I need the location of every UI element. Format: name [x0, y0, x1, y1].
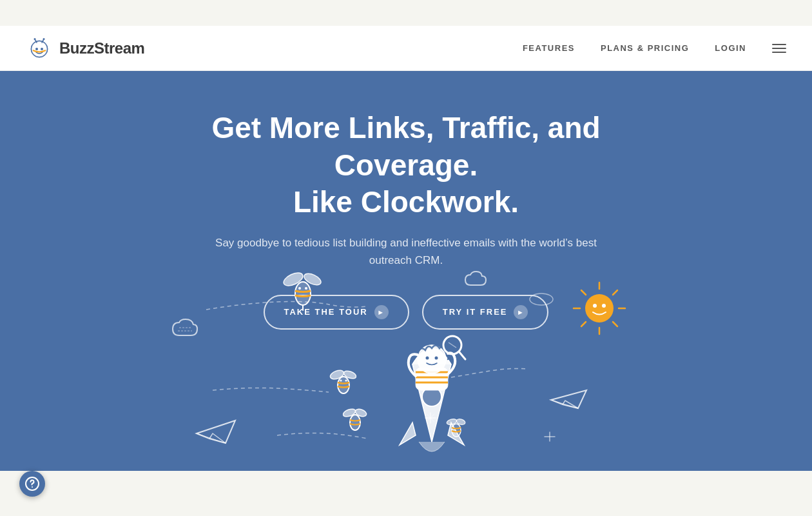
svg-line-47 — [197, 433, 226, 443]
svg-point-35 — [350, 415, 360, 430]
svg-point-21 — [602, 304, 606, 308]
svg-point-31 — [340, 380, 342, 382]
svg-point-6 — [35, 48, 38, 50]
illustration-svg — [0, 264, 812, 471]
svg-point-10 — [530, 293, 553, 305]
hero-illustration — [0, 264, 812, 471]
logo-text: BuzzStream — [59, 39, 144, 57]
hint-icon — [24, 476, 40, 491]
svg-line-17 — [613, 290, 617, 295]
svg-line-16 — [581, 290, 586, 295]
svg-point-5 — [43, 38, 45, 40]
svg-point-7 — [41, 48, 43, 50]
svg-point-42 — [426, 357, 429, 360]
svg-line-46 — [449, 342, 456, 348]
svg-point-32 — [345, 380, 347, 382]
logo-link[interactable]: BuzzStream — [26, 35, 144, 62]
main-nav: FEATURES PLANS & PRICING LOGIN — [523, 43, 786, 53]
nav-plans[interactable]: PLANS & PRICING — [601, 43, 689, 53]
hero-title-line1: Get More Links, Traffic, and Coverage. — [211, 111, 600, 182]
nav-features[interactable]: FEATURES — [523, 43, 575, 53]
nav-login[interactable]: LOGIN — [715, 43, 746, 53]
svg-point-30 — [338, 377, 349, 393]
hero-title: Get More Links, Traffic, and Coverage. L… — [164, 110, 648, 221]
svg-point-11 — [585, 294, 614, 322]
hero-title-line2: Like Clockwork. — [293, 185, 519, 219]
hero-subtitle: Say goodbye to tedious list building and… — [213, 234, 599, 269]
hamburger-menu-icon[interactable] — [772, 44, 786, 53]
svg-line-19 — [613, 322, 617, 326]
svg-point-55 — [452, 424, 461, 437]
svg-point-25 — [298, 287, 301, 290]
header: BuzzStream FEATURES PLANS & PRICING LOGI… — [0, 26, 812, 71]
top-bar — [0, 0, 812, 26]
svg-point-20 — [593, 304, 597, 308]
svg-line-18 — [581, 322, 586, 326]
hint-widget[interactable] — [19, 471, 45, 497]
svg-point-3 — [34, 38, 36, 40]
svg-point-1 — [32, 41, 47, 57]
svg-point-43 — [435, 357, 438, 360]
svg-point-26 — [305, 287, 307, 290]
svg-point-24 — [295, 282, 311, 305]
svg-point-59 — [32, 486, 33, 488]
hero-section: Get More Links, Traffic, and Coverage. L… — [0, 71, 812, 471]
logo-icon — [26, 35, 53, 62]
svg-line-45 — [459, 352, 465, 359]
